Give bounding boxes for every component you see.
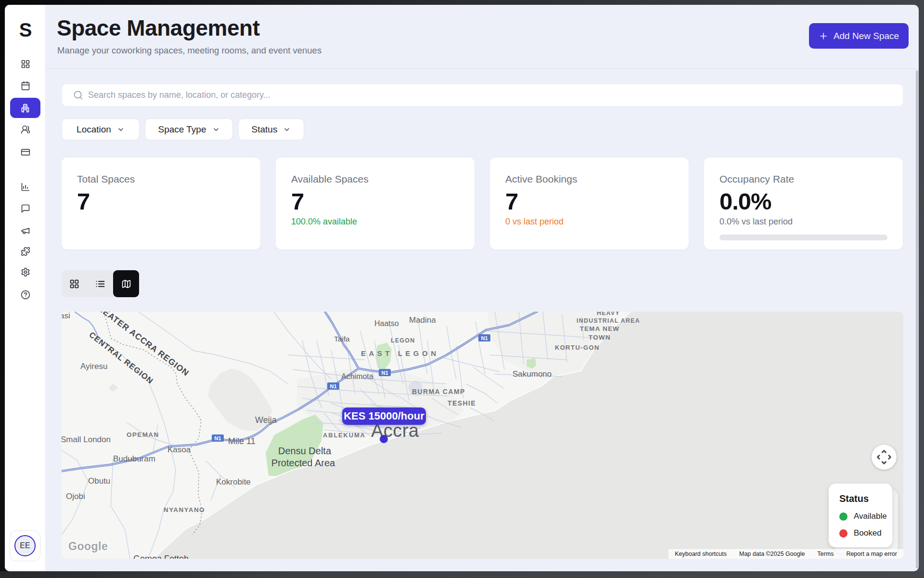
svg-text:Densu Delta: Densu Delta (278, 446, 332, 456)
svg-text:N1: N1 (330, 383, 336, 389)
svg-text:Kokrobite: Kokrobite (216, 477, 251, 486)
svg-text:asi: asi (62, 312, 70, 320)
svg-text:Protected Area: Protected Area (271, 458, 335, 468)
svg-text:Gomoa Fetteh: Gomoa Fetteh (133, 554, 189, 559)
svg-text:Small London: Small London (62, 435, 111, 444)
svg-text:NYANYANO: NYANYANO (164, 506, 205, 513)
svg-text:ABLEKUMA: ABLEKUMA (323, 432, 366, 439)
svg-text:TESHIE: TESHIE (448, 399, 476, 407)
svg-text:Haatso: Haatso (374, 319, 399, 328)
svg-text:Ayiresu: Ayiresu (80, 362, 107, 371)
svg-text:N1: N1 (381, 370, 388, 376)
svg-text:Buduburam: Buduburam (113, 454, 155, 463)
svg-text:N1: N1 (481, 335, 488, 341)
svg-text:Ojobi: Ojobi (66, 492, 85, 501)
svg-text:Taifa: Taifa (334, 335, 350, 343)
svg-text:Mile 11: Mile 11 (228, 436, 256, 446)
svg-text:INDUSTRIAL AREA: INDUSTRIAL AREA (577, 317, 640, 324)
svg-text:HEAVY: HEAVY (597, 312, 620, 316)
svg-text:Weija: Weija (255, 415, 277, 425)
svg-text:OPEMAN: OPEMAN (127, 431, 159, 438)
svg-text:Kasoa: Kasoa (167, 445, 191, 454)
svg-text:Obutu: Obutu (88, 476, 110, 486)
svg-text:Achimota: Achimota (341, 372, 373, 381)
svg-text:N1: N1 (214, 435, 221, 441)
svg-text:Sakumono: Sakumono (513, 369, 552, 379)
svg-text:BURMA CAMP: BURMA CAMP (412, 388, 465, 395)
svg-text:KORTU-GON: KORTU-GON (555, 344, 600, 351)
svg-text:LEGON: LEGON (391, 337, 415, 344)
svg-text:TOWN: TOWN (589, 334, 611, 341)
svg-text:TEMA NEW: TEMA NEW (580, 325, 620, 332)
svg-text:EAST LEGON: EAST LEGON (361, 349, 439, 357)
svg-text:Madina: Madina (409, 315, 436, 325)
